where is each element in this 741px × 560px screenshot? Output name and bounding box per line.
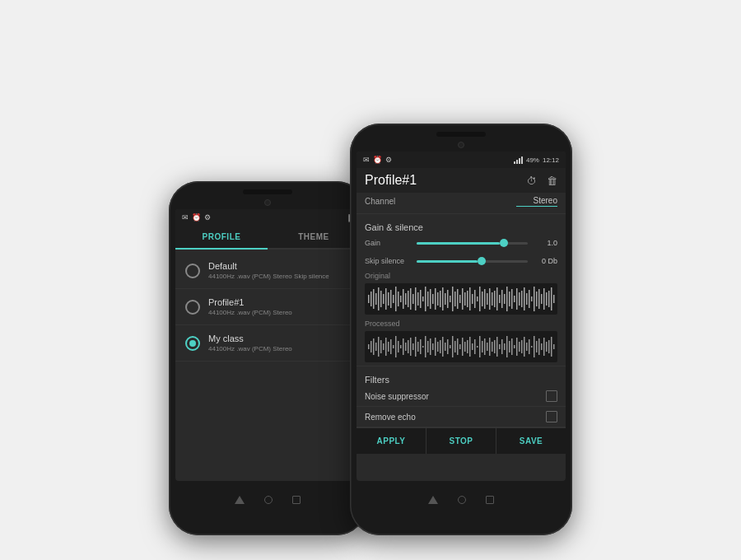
svg-rect-33 — [450, 296, 451, 302]
svg-rect-126 — [492, 342, 493, 352]
svg-rect-132 — [506, 336, 508, 357]
recents-button[interactable] — [292, 496, 301, 504]
right-alarm-icon: ⏰ — [373, 156, 382, 164]
radio-myclass[interactable] — [185, 336, 200, 351]
message-icon: ✉ — [182, 213, 189, 222]
channel-value[interactable]: Stereo — [516, 196, 557, 207]
remove-echo-row: Remove echo — [357, 407, 566, 427]
svg-rect-41 — [469, 287, 471, 310]
svg-rect-145 — [538, 338, 540, 355]
remove-echo-checkbox[interactable] — [546, 411, 557, 422]
svg-rect-11 — [395, 287, 397, 311]
svg-rect-49 — [489, 288, 491, 310]
radio-default[interactable] — [185, 264, 200, 278]
left-screen: ✉ ⏰ ⚙ ▓ PROFILE THEME — [175, 209, 360, 481]
svg-rect-86 — [393, 345, 394, 348]
save-button[interactable]: SAVE — [496, 428, 566, 454]
svg-rect-66 — [531, 296, 533, 301]
svg-rect-150 — [551, 337, 552, 357]
tab-theme[interactable]: THEME — [268, 226, 360, 248]
svg-rect-61 — [519, 292, 520, 306]
svg-rect-130 — [501, 339, 503, 354]
svg-rect-97 — [420, 339, 422, 354]
svg-rect-105 — [440, 340, 441, 353]
profile-desc-myclass: 44100Hz .wav (PCM) Stereo — [208, 345, 292, 352]
svg-rect-133 — [509, 341, 510, 352]
svg-rect-23 — [425, 287, 426, 311]
profile-item-myclass[interactable]: My class 44100Hz .wav (PCM) Stereo — [175, 325, 360, 362]
right-back-button[interactable] — [428, 496, 438, 504]
channel-row: Channel Stereo — [357, 193, 566, 210]
battery-pct: 49% — [526, 156, 539, 164]
noise-suppressor-checkbox[interactable] — [546, 390, 557, 402]
alarm-icon: ⏰ — [192, 213, 201, 222]
svg-rect-114 — [462, 338, 464, 356]
skip-silence-thumb[interactable] — [478, 257, 486, 265]
profile-desc-default: 44100Hz .wav (PCM) Stereo Skip silence — [208, 273, 329, 280]
clock: 12:12 — [543, 156, 559, 164]
original-waveform: // This will be replaced by static SVG — [365, 283, 557, 315]
home-button[interactable] — [264, 496, 273, 504]
divider-1 — [357, 213, 566, 214]
svg-rect-98 — [422, 346, 424, 348]
svg-rect-37 — [459, 295, 461, 303]
gain-label: Gain — [365, 239, 410, 247]
gain-thumb[interactable] — [500, 239, 508, 247]
svg-rect-53 — [499, 295, 501, 303]
svg-rect-138 — [521, 340, 523, 353]
processed-label: Processed — [357, 318, 566, 328]
profile-name-myclass: My class — [208, 334, 292, 343]
tab-profile[interactable]: PROFILE — [175, 226, 268, 250]
header-icons: 🗑 — [527, 174, 557, 187]
svg-rect-36 — [457, 289, 459, 309]
right-home-button[interactable] — [458, 496, 466, 504]
svg-rect-75 — [553, 295, 555, 303]
svg-rect-20 — [417, 292, 419, 306]
svg-rect-60 — [516, 288, 518, 310]
profile-name-1: Profile#1 — [208, 297, 292, 307]
svg-rect-47 — [484, 289, 486, 309]
svg-rect-149 — [548, 340, 550, 353]
right-title: Profile#1 — [365, 173, 527, 188]
skip-silence-slider[interactable] — [417, 260, 528, 263]
svg-rect-48 — [487, 293, 488, 305]
delete-icon[interactable]: 🗑 — [547, 175, 557, 187]
history-icon[interactable] — [527, 174, 537, 187]
right-status-right: 49% 12:12 — [514, 156, 559, 164]
right-bottom-nav — [350, 481, 572, 514]
gain-section-header: Gain & silence — [357, 217, 566, 234]
svg-rect-110 — [452, 336, 454, 357]
right-speaker — [436, 132, 486, 137]
svg-rect-113 — [459, 344, 461, 349]
svg-rect-34 — [452, 287, 454, 311]
svg-rect-90 — [403, 338, 404, 355]
back-button[interactable] — [235, 496, 245, 504]
svg-rect-52 — [496, 287, 498, 310]
svg-rect-16 — [408, 291, 409, 307]
svg-rect-123 — [484, 338, 486, 355]
profile-info-1: Profile#1 44100Hz .wav (PCM) Stereo — [208, 297, 292, 316]
radio-1[interactable] — [185, 300, 200, 315]
svg-rect-104 — [437, 342, 439, 352]
svg-rect-7 — [385, 288, 387, 310]
profile-item-default[interactable]: Default 44100Hz .wav (PCM) Stereo Skip s… — [175, 253, 360, 289]
svg-rect-1 — [370, 292, 372, 306]
svg-rect-117 — [469, 337, 471, 357]
svg-rect-65 — [529, 290, 530, 308]
svg-rect-89 — [400, 345, 402, 348]
svg-rect-107 — [445, 343, 446, 351]
filters-header: Filters — [357, 370, 566, 386]
apply-button[interactable]: APPLY — [357, 428, 426, 454]
svg-rect-137 — [519, 342, 520, 352]
svg-rect-144 — [536, 341, 538, 352]
right-recents-button[interactable] — [486, 496, 494, 504]
svg-rect-12 — [398, 292, 399, 306]
skip-silence-value: 0 Db — [534, 257, 557, 265]
svg-rect-58 — [511, 289, 513, 309]
svg-rect-118 — [472, 343, 473, 350]
stop-button[interactable]: STOP — [426, 428, 496, 454]
gain-slider[interactable] — [417, 242, 528, 245]
profile-item-1[interactable]: Profile#1 44100Hz .wav (PCM) Stereo — [175, 289, 360, 325]
svg-rect-122 — [482, 341, 483, 352]
svg-rect-40 — [467, 291, 468, 307]
